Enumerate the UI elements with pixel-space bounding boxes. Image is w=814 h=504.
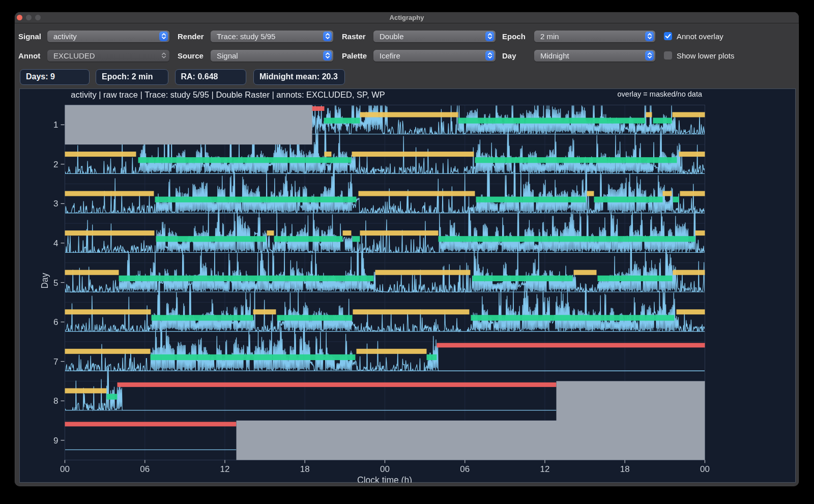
svg-text:00: 00	[60, 464, 70, 474]
svg-text:activity | raw trace | Trace:: activity | raw trace | Trace: study 5/95…	[71, 90, 385, 99]
svg-text:9: 9	[53, 435, 58, 445]
svg-text:Clock time (h): Clock time (h)	[357, 475, 412, 483]
svg-text:6: 6	[53, 317, 58, 327]
svg-text:18: 18	[300, 464, 309, 474]
svg-text:4: 4	[53, 238, 58, 248]
svg-text:Day: Day	[40, 273, 50, 288]
svg-text:06: 06	[460, 464, 470, 474]
svg-text:00: 00	[380, 464, 390, 474]
svg-text:7: 7	[53, 357, 58, 366]
svg-text:1: 1	[53, 120, 58, 130]
svg-text:5: 5	[53, 278, 58, 287]
svg-text:06: 06	[140, 464, 150, 474]
svg-text:3: 3	[53, 199, 58, 209]
svg-text:overlay = masked/no data: overlay = masked/no data	[617, 90, 702, 98]
svg-text:2: 2	[53, 159, 58, 169]
svg-text:18: 18	[620, 464, 629, 474]
svg-text:12: 12	[540, 464, 549, 474]
svg-text:00: 00	[700, 464, 710, 474]
svg-text:8: 8	[53, 396, 58, 406]
svg-text:12: 12	[220, 464, 229, 474]
